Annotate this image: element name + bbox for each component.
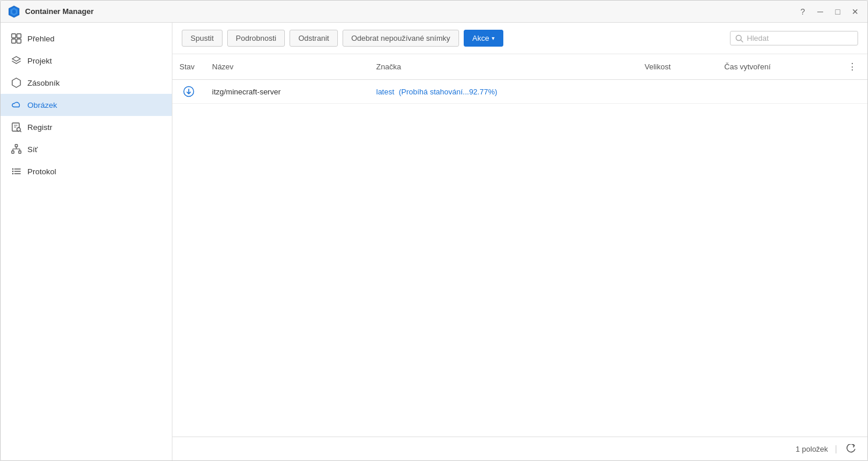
search-input[interactable] (747, 34, 840, 43)
sidebar-item-obrazek-label: Obrázek (27, 101, 57, 110)
sidebar-item-prehled-label: Přehled (27, 34, 55, 43)
sidebar-item-registr-label: Registr (27, 123, 52, 132)
odstranit-button[interactable]: Odstranit (290, 30, 338, 47)
app-window: Container Manager ? ─ □ ✕ Přehled (0, 0, 868, 461)
tag-status: (Probíhá stahování...92.77%) (398, 87, 497, 96)
hexagon-icon (11, 78, 22, 88)
svg-rect-15 (12, 151, 14, 153)
help-button[interactable]: ? (798, 6, 808, 17)
spustit-button[interactable]: Spustit (182, 30, 223, 47)
divider: | (835, 444, 837, 453)
svg-rect-16 (19, 151, 21, 153)
col-actions-header: ⋮ (837, 54, 867, 80)
table-row: itzg/minecraft-server latest (Probíhá st… (172, 80, 867, 104)
refresh-button[interactable] (844, 442, 858, 456)
svg-marker-7 (12, 57, 20, 61)
akce-label: Akce (472, 34, 489, 43)
sidebar-item-protokol-label: Protokol (27, 167, 57, 176)
close-button[interactable]: ✕ (850, 6, 860, 17)
content-area: Spustit Podrobnosti Odstranit Odebrat ne… (172, 23, 867, 460)
chevron-down-icon: ▾ (492, 35, 495, 41)
svg-point-23 (12, 173, 13, 174)
created-cell (717, 80, 837, 104)
svg-marker-8 (12, 78, 20, 87)
tag-value: latest (376, 87, 394, 96)
podrobnosti-button[interactable]: Podrobnosti (227, 30, 285, 47)
svg-rect-5 (12, 39, 16, 43)
svg-line-28 (741, 40, 743, 42)
sidebar: Přehled Projekt Zásobník (1, 23, 172, 460)
titlebar-left: Container Manager (8, 5, 94, 18)
sidebar-item-prehled[interactable]: Přehled (1, 27, 172, 50)
cloud-icon (11, 100, 22, 110)
sidebar-item-projekt-label: Projekt (27, 57, 52, 65)
sidebar-item-zasobnik-label: Zásobník (27, 79, 60, 87)
svg-line-11 (20, 131, 22, 132)
sidebar-item-projekt[interactable]: Projekt (1, 50, 172, 72)
sidebar-item-sit-label: Síť (27, 145, 38, 154)
table-header-row: Stav Název Značka Velikost (172, 54, 867, 80)
name-cell: itzg/minecraft-server (205, 80, 369, 104)
image-name: itzg/minecraft-server (212, 87, 281, 96)
main-layout: Přehled Projekt Zásobník (1, 23, 867, 460)
svg-point-22 (12, 171, 13, 172)
titlebar: Container Manager ? ─ □ ✕ (1, 1, 867, 23)
svg-point-21 (12, 168, 13, 170)
svg-rect-14 (15, 145, 17, 147)
app-title: Container Manager (25, 7, 94, 16)
images-table: Stav Název Značka Velikost (172, 54, 867, 104)
sidebar-item-protokol[interactable]: Protokol (1, 160, 172, 182)
svg-rect-3 (12, 34, 16, 38)
col-cas: Čas vytvoření (717, 54, 837, 80)
layers-icon (11, 55, 22, 66)
refresh-icon (846, 444, 856, 453)
sidebar-item-zasobnik[interactable]: Zásobník (1, 72, 172, 94)
search-box (730, 31, 858, 45)
footer: 1 položek | (172, 437, 867, 460)
item-count: 1 položek (796, 445, 828, 453)
col-nazev: Název (205, 54, 369, 80)
akce-button[interactable]: Akce ▾ (464, 30, 503, 47)
maximize-button[interactable]: □ (832, 6, 843, 17)
row-actions-cell (837, 80, 867, 104)
col-znacka: Značka (369, 54, 638, 80)
network-icon (11, 144, 22, 154)
grid-icon (11, 33, 22, 44)
sidebar-item-sit[interactable]: Síť (1, 138, 172, 160)
odebrat-button[interactable]: Odebrat nepoužívané snímky (343, 30, 459, 47)
sidebar-item-registr[interactable]: Registr (1, 116, 172, 138)
tag-cell: latest (Probíhá stahování...92.77%) (369, 80, 638, 104)
status-cell (172, 80, 205, 104)
toolbar: Spustit Podrobnosti Odstranit Odebrat ne… (172, 23, 867, 54)
search-icon (735, 34, 743, 43)
sidebar-item-obrazek[interactable]: Obrázek (1, 94, 172, 116)
table-container: Stav Název Značka Velikost (172, 54, 867, 437)
minimize-button[interactable]: ─ (815, 6, 825, 17)
app-icon (8, 5, 20, 18)
col-stav: Stav (172, 54, 205, 80)
column-options-button[interactable]: ⋮ (844, 60, 860, 73)
download-status-icon (183, 86, 195, 97)
list-icon (11, 166, 22, 177)
col-velikost: Velikost (638, 54, 718, 80)
size-cell (638, 80, 718, 104)
titlebar-controls: ? ─ □ ✕ (798, 6, 860, 17)
svg-rect-6 (17, 39, 21, 43)
search-book-icon (11, 122, 22, 132)
svg-rect-4 (17, 34, 21, 38)
